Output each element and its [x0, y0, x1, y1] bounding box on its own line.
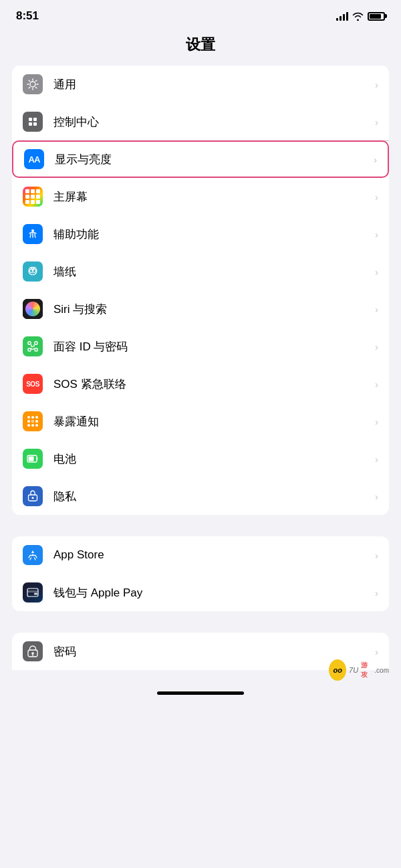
- settings-item-wallet[interactable]: 钱包与 Apple Pay ›: [12, 574, 389, 611]
- svg-rect-0: [29, 118, 32, 121]
- faceid-chevron: ›: [375, 341, 378, 352]
- appstore-icon: [23, 545, 43, 565]
- battery-label: 电池: [53, 451, 370, 467]
- settings-item-exposure[interactable]: 暴露通知 ›: [12, 403, 389, 440]
- svg-rect-12: [35, 348, 37, 351]
- settings-item-appstore[interactable]: App Store ›: [12, 536, 389, 574]
- svg-point-14: [33, 346, 35, 347]
- svg-rect-21: [27, 590, 38, 592]
- sos-chevron: ›: [375, 378, 378, 390]
- svg-point-8: [27, 303, 33, 310]
- sos-label: SOS 紧急联络: [53, 376, 370, 392]
- svg-rect-6: [23, 299, 43, 319]
- settings-item-home-screen[interactable]: 主屏幕 ›: [12, 178, 389, 215]
- battery-chevron: ›: [375, 453, 378, 465]
- exposure-chevron: ›: [375, 416, 378, 427]
- appstore-label: App Store: [53, 548, 370, 562]
- status-time: 8:51: [16, 9, 39, 23]
- wallpaper-label: 墙纸: [53, 264, 370, 280]
- settings-item-siri[interactable]: Siri 与搜索 ›: [12, 290, 389, 328]
- display-chevron: ›: [374, 154, 377, 165]
- privacy-label: 隐私: [53, 489, 370, 504]
- wallpaper-icon: [23, 261, 43, 282]
- accessibility-label: 辅助功能: [53, 227, 370, 242]
- siri-chevron: ›: [375, 304, 378, 315]
- svg-point-4: [31, 229, 34, 232]
- appstore-chevron: ›: [375, 550, 378, 561]
- control-center-chevron: ›: [375, 116, 378, 128]
- display-label: 显示与亮度: [55, 152, 368, 167]
- svg-rect-16: [29, 457, 34, 461]
- display-icon: AA: [24, 149, 44, 169]
- privacy-chevron: ›: [375, 491, 378, 502]
- faceid-icon: [23, 336, 43, 356]
- watermark: oo 7U 游攻 .com: [329, 659, 389, 681]
- password-chevron: ›: [375, 646, 378, 657]
- status-icons: [336, 11, 385, 21]
- battery-icon: [368, 12, 385, 21]
- siri-icon: [23, 299, 43, 319]
- svg-rect-2: [29, 122, 32, 126]
- home-screen-label: 主屏幕: [53, 189, 370, 205]
- wifi-icon: [352, 12, 364, 21]
- wallet-chevron: ›: [375, 587, 378, 599]
- svg-rect-9: [28, 342, 31, 344]
- settings-item-faceid[interactable]: 面容 ID 与密码 ›: [12, 328, 389, 365]
- siri-label: Siri 与搜索: [53, 302, 370, 317]
- home-screen-chevron: ›: [375, 191, 378, 203]
- wallpaper-chevron: ›: [375, 266, 378, 278]
- settings-item-accessibility[interactable]: 辅助功能 ›: [12, 215, 389, 253]
- settings-item-wallpaper[interactable]: 墙纸 ›: [12, 253, 389, 290]
- status-bar: 8:51: [0, 0, 401, 29]
- exposure-label: 暴露通知: [53, 414, 370, 429]
- svg-point-19: [32, 554, 33, 556]
- settings-item-privacy[interactable]: 隐私 ›: [12, 477, 389, 515]
- general-icon: [23, 74, 43, 94]
- general-label: 通用: [53, 77, 370, 92]
- settings-section-general: 通用 › 控制中心 › AA 显示与亮度 › 主屏幕: [12, 66, 389, 515]
- home-indicator: [157, 691, 244, 695]
- battery-settings-icon: [23, 449, 43, 469]
- password-label: 密码: [53, 644, 370, 659]
- svg-rect-10: [35, 342, 37, 344]
- settings-item-battery[interactable]: 电池 ›: [12, 440, 389, 477]
- control-center-icon: [23, 112, 43, 132]
- svg-point-5: [32, 270, 34, 272]
- wallet-label: 钱包与 Apple Pay: [53, 585, 370, 601]
- accessibility-chevron: ›: [375, 229, 378, 240]
- settings-item-general[interactable]: 通用 ›: [12, 66, 389, 103]
- signal-icon: [336, 11, 348, 21]
- sos-icon: SOS: [23, 374, 43, 394]
- faceid-label: 面容 ID 与密码: [53, 339, 370, 354]
- privacy-icon: [23, 486, 43, 506]
- password-icon: [23, 641, 43, 661]
- home-screen-icon: [23, 187, 43, 207]
- accessibility-icon: [23, 224, 43, 244]
- settings-item-sos[interactable]: SOS SOS 紧急联络 ›: [12, 365, 389, 403]
- wallet-icon: [23, 582, 43, 603]
- settings-item-display[interactable]: AA 显示与亮度 ›: [12, 140, 389, 178]
- control-center-label: 控制中心: [53, 114, 370, 130]
- page-title: 设置: [0, 29, 401, 66]
- general-chevron: ›: [375, 79, 378, 90]
- svg-rect-22: [34, 593, 37, 595]
- svg-rect-11: [28, 348, 31, 351]
- svg-point-18: [32, 497, 34, 499]
- exposure-icon: [23, 411, 43, 431]
- settings-item-control-center[interactable]: 控制中心 ›: [12, 103, 389, 140]
- settings-section-apps: App Store › 钱包与 Apple Pay ›: [12, 536, 389, 611]
- svg-point-7: [26, 302, 39, 316]
- svg-point-13: [31, 346, 32, 347]
- svg-rect-3: [33, 122, 37, 126]
- svg-rect-1: [33, 118, 37, 121]
